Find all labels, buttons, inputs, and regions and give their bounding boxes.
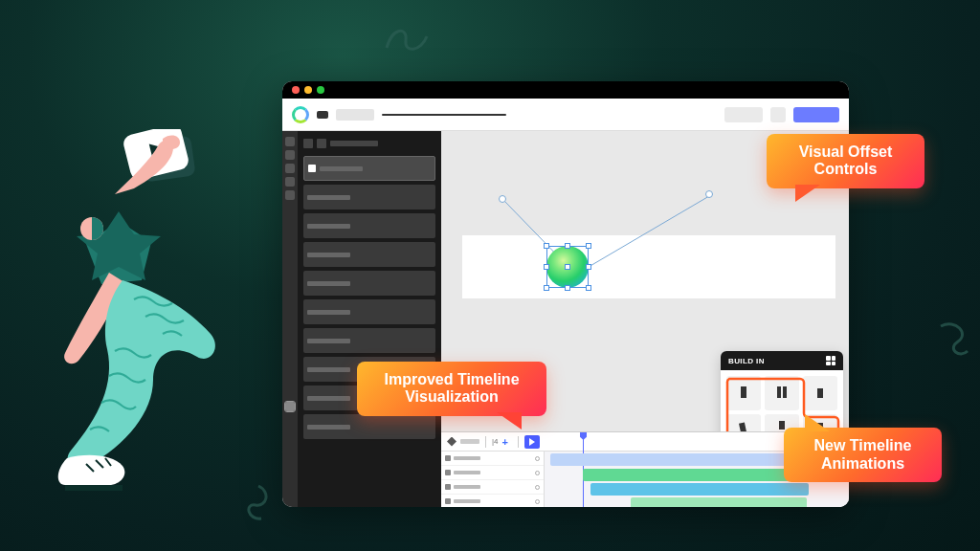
timeline-clip[interactable] (590, 483, 809, 496)
layer-item[interactable] (303, 328, 435, 353)
svg-rect-0 (139, 135, 195, 182)
anim-preset[interactable] (765, 376, 799, 410)
app-logo-icon (292, 106, 309, 123)
layer-item[interactable] (303, 213, 435, 238)
decoration-squiggle (383, 19, 431, 57)
window-minimize-icon[interactable] (304, 86, 312, 94)
resize-handle[interactable] (544, 243, 549, 249)
resize-handle[interactable] (544, 285, 549, 291)
svg-rect-5 (741, 386, 746, 398)
toolbar-button-b[interactable] (770, 107, 786, 122)
tool-3[interactable] (285, 164, 295, 173)
buildin-header: BUILD IN (721, 351, 843, 370)
toolbar-divider (382, 114, 506, 116)
svg-rect-10 (779, 421, 785, 430)
tool-5[interactable] (285, 190, 295, 200)
timeline-layers (441, 452, 545, 507)
layer-item[interactable] (303, 414, 435, 439)
eye-icon[interactable] (535, 499, 540, 504)
anim-preset[interactable] (803, 376, 837, 410)
primary-action-button[interactable] (793, 107, 839, 122)
app-window: BUILD IN Tilt Drop Fly Tilt Swing (282, 81, 849, 507)
buildin-title: BUILD IN (728, 357, 765, 365)
offset-handle[interactable] (499, 195, 506, 203)
timeline-clip[interactable] (631, 497, 807, 507)
layer-header-label (330, 141, 378, 146)
add-keyframe-button[interactable]: + (502, 437, 512, 447)
callout-timeline-viz: Improved Timeline Visualization (357, 362, 546, 416)
svg-rect-8 (817, 388, 823, 398)
top-toolbar (282, 99, 849, 131)
resize-handle[interactable] (565, 285, 570, 291)
tool-4[interactable] (285, 177, 295, 187)
tool-rail (282, 131, 298, 507)
layer-item[interactable] (303, 156, 435, 181)
timeline-layer-row[interactable] (441, 466, 544, 480)
window-zoom-icon[interactable] (317, 86, 324, 94)
layer-lock-icon[interactable] (317, 139, 326, 148)
resize-handle[interactable] (586, 264, 591, 270)
svg-rect-6 (777, 386, 781, 398)
svg-rect-1 (122, 129, 190, 182)
anim-preset[interactable] (726, 376, 761, 410)
settings-icon[interactable] (826, 356, 835, 365)
layer-item[interactable] (303, 242, 435, 267)
tool-1[interactable] (285, 137, 295, 146)
svg-marker-2 (149, 140, 170, 163)
toolbar-button-a[interactable] (724, 107, 763, 122)
layers-panel (298, 131, 441, 507)
layer-item[interactable] (303, 271, 435, 296)
resize-handle[interactable] (565, 243, 570, 249)
timeline-clip[interactable] (550, 453, 809, 466)
menu-toggle[interactable] (317, 111, 328, 119)
character-illustration (19, 129, 249, 512)
svg-point-4 (80, 217, 103, 240)
eye-icon[interactable] (535, 456, 540, 461)
window-titlebar (282, 81, 849, 99)
svg-rect-7 (783, 386, 787, 398)
timeline-layer-row[interactable] (441, 452, 544, 466)
layer-visibility-icon[interactable] (303, 139, 313, 148)
window-close-icon[interactable] (292, 86, 300, 94)
selection-bounds (546, 246, 589, 288)
selected-shape[interactable] (546, 246, 589, 288)
layer-item[interactable] (303, 185, 435, 209)
timeline-label (460, 439, 479, 444)
layer-item[interactable] (303, 299, 435, 324)
resize-handle[interactable] (544, 264, 549, 270)
decoration-squiggle (937, 320, 970, 359)
timeline-clip[interactable] (583, 469, 813, 481)
callout-visual-offset: Visual Offset Controls (767, 134, 924, 188)
callout-new-anims: New Timeline Animations (784, 428, 942, 482)
timeline-layer-row[interactable] (441, 495, 544, 507)
eye-icon[interactable] (535, 471, 540, 475)
keyframe-icon[interactable] (447, 437, 457, 447)
doc-name[interactable] (336, 109, 374, 121)
decoration-squiggle (244, 484, 273, 522)
eye-icon[interactable] (535, 485, 540, 490)
tool-extra[interactable] (285, 402, 295, 411)
timeline-layer-row[interactable] (441, 480, 544, 495)
offset-handle[interactable] (705, 190, 713, 198)
tool-2[interactable] (285, 150, 295, 160)
play-button[interactable] (524, 435, 540, 449)
transform-origin-handle[interactable] (565, 264, 570, 270)
resize-handle[interactable] (586, 285, 591, 291)
resize-handle[interactable] (586, 243, 591, 249)
svg-marker-3 (77, 211, 161, 280)
